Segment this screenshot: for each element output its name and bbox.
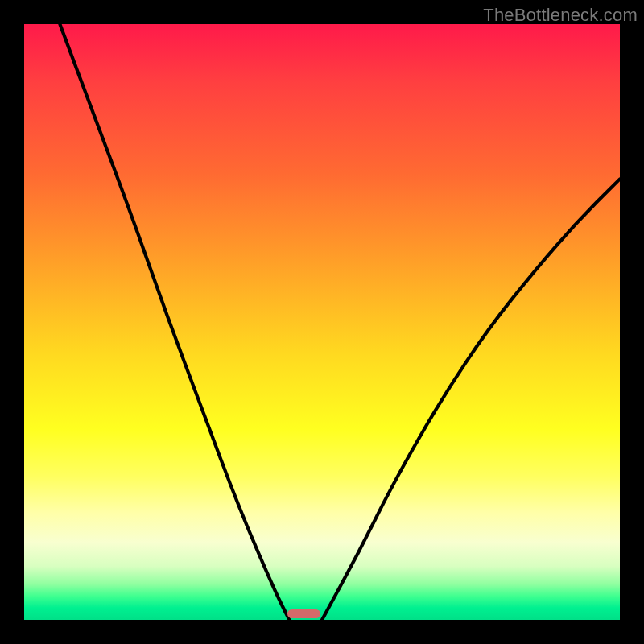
watermark-text: TheBottleneck.com: [483, 5, 638, 26]
right-curve-path: [322, 179, 620, 620]
left-curve-path: [60, 24, 289, 620]
bottleneck-marker: [287, 609, 320, 618]
curves-svg: [24, 24, 620, 620]
